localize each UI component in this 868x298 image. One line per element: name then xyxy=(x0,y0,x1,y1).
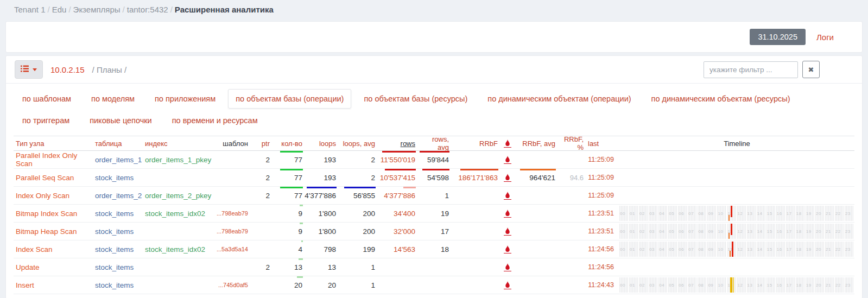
tab[interactable]: пиковые цепочки xyxy=(82,111,160,130)
flame-icon[interactable] xyxy=(504,192,511,200)
index-link[interactable]: stock_items_idx02 xyxy=(145,245,205,253)
col-header-rows-sorted[interactable]: rows xyxy=(377,136,417,150)
filter-clear-button[interactable]: ✖ xyxy=(802,61,820,78)
timeline-hour-cell: 07 xyxy=(688,206,696,221)
node-type-link[interactable]: Index Scan xyxy=(16,245,53,253)
flame-icon[interactable] xyxy=(504,263,511,271)
plans-list-dropdown-button[interactable] xyxy=(15,60,43,79)
flame-icon[interactable] xyxy=(504,140,511,148)
value-bar xyxy=(299,258,303,260)
col-header-rows-avg[interactable]: rows, avg xyxy=(417,136,451,150)
timeline-hour-cell: 19 xyxy=(806,277,814,293)
template-hash-link[interactable]: ...798eab79 xyxy=(217,210,248,217)
node-type-link[interactable]: Parallel Index Only Scan xyxy=(16,151,91,168)
col-header-node-type[interactable]: Тип узла xyxy=(14,136,93,150)
flame-icon[interactable] xyxy=(504,227,511,236)
top-panel: 31.10.2025 Логи xyxy=(5,21,863,53)
rows-avg-value: 17 xyxy=(441,227,449,236)
flame-icon[interactable] xyxy=(504,156,511,164)
tab[interactable]: по объектам базы (ресурсы) xyxy=(356,89,475,109)
node-type-link[interactable]: Update xyxy=(16,263,40,271)
node-type-link[interactable]: Parallel Seq Scan xyxy=(16,174,74,182)
table-link[interactable]: stock_items xyxy=(95,281,134,289)
value-bar xyxy=(300,223,303,224)
table-link[interactable]: order_items_1 xyxy=(95,156,142,164)
timeline[interactable]: 0001020304050607080910111213141516171819… xyxy=(619,242,854,257)
plans-table: Тип узла таблица индекс шаблон ptr кол-в… xyxy=(6,136,862,298)
table-row: Updatestock_items21313111:24:56 xyxy=(14,258,854,276)
timeline[interactable]: 0001020304050607080910111213141516171819… xyxy=(619,277,854,293)
node-type-link[interactable]: Bitmap Heap Scan xyxy=(16,227,77,236)
index-link[interactable]: order_items_1_pkey xyxy=(145,156,211,164)
table-link[interactable]: stock_items xyxy=(95,245,134,253)
value-bar xyxy=(301,240,303,242)
tab-active[interactable]: по объектам базы (операции) xyxy=(228,89,351,109)
qty-value-cell: 20 xyxy=(272,276,305,294)
timeline-hour-cell: 12 xyxy=(737,224,746,239)
tab[interactable]: по времени и ресурсам xyxy=(164,111,265,130)
table-link[interactable]: order_items_2 xyxy=(95,192,142,200)
loops-value: 4'377'886 xyxy=(305,192,336,200)
flame-icon[interactable] xyxy=(504,210,511,218)
col-header-rrbf[interactable]: RRbF xyxy=(451,136,500,150)
timeline-hour-cell: 15 xyxy=(766,206,775,221)
col-header-table[interactable]: таблица xyxy=(93,136,143,150)
date-picker-badge[interactable]: 31.10.2025 xyxy=(750,29,806,45)
breadcrumb-item[interactable]: Экземпляры xyxy=(73,5,121,14)
loops-avg-value-cell: 56'855 xyxy=(338,187,377,204)
timeline-hour-label: 03 xyxy=(649,229,655,234)
col-header-template[interactable]: шаблон xyxy=(214,136,250,150)
timeline-hour-cell: 19 xyxy=(806,206,814,221)
template-hash-link[interactable]: ...745d0af5 xyxy=(218,282,248,288)
tab[interactable]: по моделям xyxy=(84,89,142,109)
col-header-timeline: Timeline xyxy=(616,136,854,150)
tab[interactable]: по приложениям xyxy=(147,89,223,109)
qty-value-cell: 77 xyxy=(272,169,305,186)
col-header-flame[interactable] xyxy=(500,136,515,150)
tab[interactable]: по шаблонам xyxy=(15,89,79,109)
index-link[interactable]: stock_items_idx02 xyxy=(145,210,205,218)
template-hash-link[interactable]: ...5a3d5a14 xyxy=(217,246,248,252)
col-header-rrbf-avg[interactable]: RRbF, avg xyxy=(515,136,557,150)
filter-input[interactable] xyxy=(704,61,798,78)
table-link[interactable]: stock_items xyxy=(95,210,134,218)
node-type-link[interactable]: Bitmap Index Scan xyxy=(16,210,77,218)
col-header-ptr[interactable]: ptr xyxy=(250,136,272,150)
col-header-loops-avg[interactable]: loops, avg xyxy=(338,136,377,150)
table-row: Index Only Scanorder_items_2order_items_… xyxy=(14,187,854,205)
template-hash-link[interactable]: ...798eab79 xyxy=(217,228,248,234)
node-type-link[interactable]: Insert xyxy=(16,281,34,289)
table-link[interactable]: stock_items xyxy=(95,227,134,236)
timeline-hour-cell: 05 xyxy=(668,242,677,257)
timeline-hour-cell: 23 xyxy=(845,224,853,239)
breadcrumb-item[interactable]: Tenant 1 xyxy=(14,5,46,14)
flame-icon[interactable] xyxy=(504,174,511,182)
breadcrumb-item[interactable]: tantor:5432 xyxy=(127,5,168,14)
clear-icon: ✖ xyxy=(808,66,814,74)
timeline[interactable]: 0001020304050607080910111213141516171819… xyxy=(619,206,854,221)
timeline-hour-label: 04 xyxy=(659,229,664,234)
col-header-rrbf-pct[interactable]: RRbF, % xyxy=(557,136,586,150)
timeline[interactable]: 0001020304050607080910111213141516171819… xyxy=(619,224,854,239)
index-link[interactable]: order_items_2_pkey xyxy=(145,192,211,200)
rrbf-avg-value-cell xyxy=(515,240,557,258)
flame-icon[interactable] xyxy=(504,281,511,289)
tab[interactable]: по динамическим объектам (ресурсы) xyxy=(644,89,798,109)
flame-icon[interactable] xyxy=(504,245,511,253)
logs-link[interactable]: Логи xyxy=(816,33,834,42)
timeline-hour-cell: 00 xyxy=(619,277,628,293)
table-link[interactable]: stock_items xyxy=(95,263,134,271)
col-header-index[interactable]: индекс xyxy=(143,136,214,150)
col-header-last[interactable]: last xyxy=(586,136,616,150)
tab[interactable]: по триггерам xyxy=(15,111,77,130)
table-link[interactable]: stock_items xyxy=(95,174,134,182)
plans-table-body: Parallel Index Only Scanorder_items_1ord… xyxy=(14,151,854,294)
breadcrumb-item[interactable]: Edu xyxy=(52,5,67,14)
col-header-loops[interactable]: loops xyxy=(305,136,338,150)
col-header-qty[interactable]: кол-во xyxy=(272,136,305,150)
loops-value-cell: 1'800 xyxy=(305,205,338,222)
node-type-link[interactable]: Index Only Scan xyxy=(16,192,69,200)
timeline-hour-label: 03 xyxy=(649,211,655,216)
host-link[interactable]: 10.0.2.15 xyxy=(50,65,85,74)
tab[interactable]: по динамическим объектам (операции) xyxy=(480,89,638,109)
